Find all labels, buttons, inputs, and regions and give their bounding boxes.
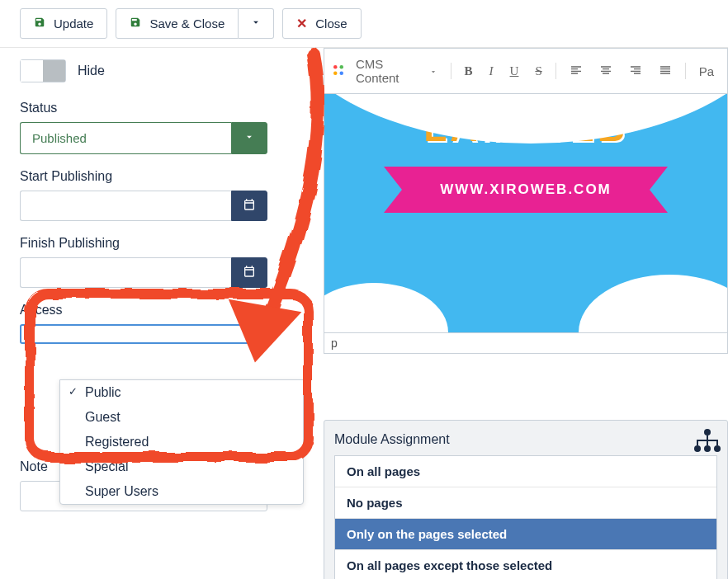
svg-rect-6 — [704, 445, 711, 452]
update-button[interactable]: Update — [20, 8, 107, 39]
svg-rect-4 — [704, 429, 711, 435]
right-panel: CMS Content B I U S Pa LÀM WEB WWW.XIROW… — [317, 48, 728, 579]
align-center-button[interactable] — [593, 60, 619, 82]
svg-point-0 — [333, 65, 338, 69]
svg-point-3 — [340, 71, 344, 75]
access-option-super-users[interactable]: Super Users — [60, 479, 303, 504]
save-close-group: Save & Close — [116, 8, 274, 39]
start-publishing-input[interactable] — [20, 191, 231, 221]
chevron-down-icon — [250, 16, 262, 31]
close-label: Close — [315, 16, 347, 31]
access-field: Access PublicGuestRegisteredSpecialSuper… — [20, 303, 300, 344]
left-panel: Hide Status Published Start Publishing F… — [20, 48, 317, 579]
hide-field: Hide — [20, 59, 300, 82]
assignment-option[interactable]: Only on the pages selected — [335, 519, 716, 550]
editor-content[interactable]: LÀM WEB WWW.XIROWEB.COM — [324, 94, 728, 333]
underline-button[interactable]: U — [503, 61, 526, 82]
assignment-option[interactable]: On all pages except those selected — [335, 550, 716, 579]
update-label: Update — [54, 16, 93, 31]
close-button[interactable]: ✕ Close — [282, 8, 361, 39]
bold-button[interactable]: B — [458, 61, 480, 82]
save-close-dropdown-button[interactable] — [239, 8, 274, 39]
editor-toolbar: CMS Content B I U S Pa — [324, 48, 728, 94]
align-right-icon — [629, 64, 642, 79]
finish-publishing-label: Finish Publishing — [20, 236, 300, 251]
chevron-down-icon — [243, 131, 255, 145]
access-dropdown: PublicGuestRegisteredSpecialSuper Users — [59, 379, 304, 505]
assignment-option[interactable]: No pages — [335, 487, 716, 519]
status-label: Status — [20, 101, 300, 115]
sitemap-icon — [694, 429, 721, 454]
paragraph-button[interactable]: Pa — [693, 61, 721, 82]
svg-rect-5 — [694, 445, 701, 452]
align-left-icon — [570, 64, 583, 79]
start-publishing-field: Start Publishing — [20, 169, 300, 221]
calendar-icon — [243, 265, 256, 280]
toolbar: Update Save & Close ✕ Close — [0, 0, 728, 48]
finish-publishing-input[interactable] — [20, 257, 231, 288]
hero-banner: WWW.XIROWEB.COM — [402, 167, 650, 213]
toggle-on — [21, 60, 43, 82]
access-option-public[interactable]: Public — [60, 380, 303, 405]
calendar-icon — [243, 198, 256, 214]
save-close-label: Save & Close — [149, 16, 225, 31]
editor-element-path: p — [324, 333, 728, 354]
svg-rect-7 — [714, 445, 721, 452]
module-assignment-list: On all pagesNo pagesOnly on the pages se… — [334, 455, 717, 579]
hide-label: Hide — [78, 64, 105, 78]
module-assignment-title: Module Assignment — [334, 432, 717, 447]
access-label: Access — [20, 303, 300, 318]
access-option-special[interactable]: Special — [60, 454, 303, 479]
svg-point-1 — [340, 65, 344, 69]
italic-button[interactable]: I — [483, 61, 500, 82]
strikethrough-button[interactable]: S — [528, 61, 548, 82]
module-assignment-panel: Module Assignment On all pagesNo pagesOn… — [324, 420, 728, 579]
status-caret[interactable] — [231, 122, 267, 154]
hero-url: WWW.XIROWEB.COM — [440, 181, 612, 198]
access-option-guest[interactable]: Guest — [60, 405, 303, 430]
save-icon — [130, 16, 141, 31]
save-icon — [34, 16, 45, 31]
align-justify-button[interactable] — [652, 60, 678, 82]
save-close-button[interactable]: Save & Close — [116, 8, 239, 39]
finish-publishing-field: Finish Publishing — [20, 236, 300, 288]
status-field: Status Published — [20, 101, 300, 154]
assignment-option[interactable]: On all pages — [335, 456, 716, 487]
status-value: Published — [20, 122, 231, 154]
joomla-icon — [331, 63, 346, 80]
cms-content-label: CMS Content — [356, 57, 426, 85]
align-left-button[interactable] — [563, 60, 589, 82]
access-select[interactable] — [20, 324, 267, 344]
toggle-off — [43, 60, 65, 82]
align-justify-icon — [659, 64, 672, 79]
align-right-button[interactable] — [622, 60, 649, 82]
hide-toggle[interactable] — [20, 59, 66, 82]
cms-content-button[interactable]: CMS Content — [349, 54, 444, 88]
chevron-down-icon — [429, 64, 437, 78]
close-icon: ✕ — [296, 16, 307, 31]
access-option-registered[interactable]: Registered — [60, 430, 303, 454]
finish-publishing-calendar-button[interactable] — [231, 257, 267, 288]
status-select[interactable]: Published — [20, 122, 267, 154]
svg-point-2 — [333, 71, 338, 75]
align-center-icon — [599, 64, 612, 79]
start-publishing-label: Start Publishing — [20, 169, 300, 184]
start-publishing-calendar-button[interactable] — [231, 191, 267, 221]
